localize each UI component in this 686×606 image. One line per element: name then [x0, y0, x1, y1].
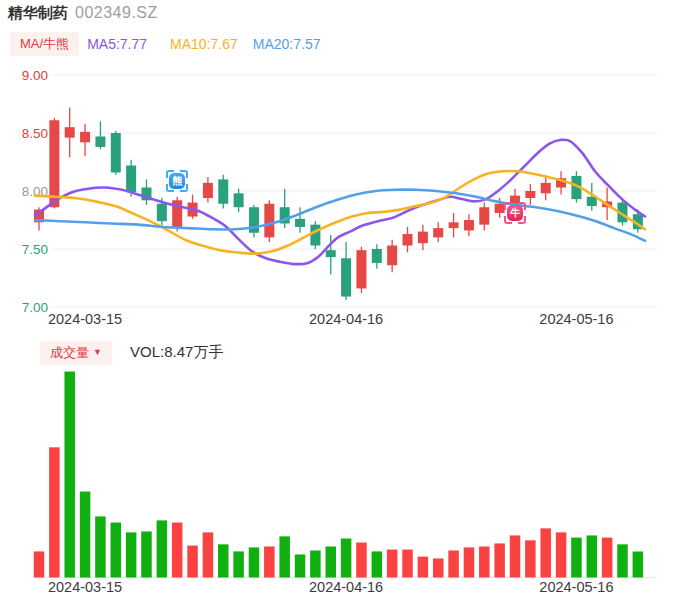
bull-badge-icon[interactable]: 牛 — [504, 202, 526, 224]
candle[interactable] — [449, 222, 459, 228]
volume-date-label: 2024-03-15 — [48, 579, 122, 595]
volume-bar[interactable] — [218, 544, 229, 577]
candle[interactable] — [326, 250, 336, 257]
price-date-label: 2024-03-15 — [48, 311, 122, 327]
price-tick-label: 7.00 — [22, 300, 48, 315]
candle[interactable] — [433, 228, 443, 237]
candle[interactable] — [403, 234, 413, 246]
volume-bar[interactable] — [556, 532, 567, 577]
ma-line-ma5 — [35, 140, 645, 265]
volume-bar[interactable] — [617, 544, 628, 577]
candle[interactable] — [49, 120, 59, 207]
price-date-label: 2024-04-16 — [309, 311, 383, 327]
bull-glyph: 牛 — [507, 205, 523, 221]
volume-bar[interactable] — [111, 523, 122, 578]
price-date-label: 2024-05-16 — [539, 311, 613, 327]
candle[interactable] — [65, 127, 75, 137]
candle[interactable] — [264, 204, 274, 238]
volume-chip[interactable]: 成交量 ▼ — [40, 341, 112, 365]
candle[interactable] — [111, 133, 121, 172]
volume-bar[interactable] — [418, 557, 429, 578]
volume-bar[interactable] — [141, 531, 152, 577]
volume-bar[interactable] — [464, 547, 475, 577]
volume-bar[interactable] — [172, 523, 183, 578]
volume-bar[interactable] — [264, 546, 275, 577]
volume-bar[interactable] — [525, 540, 536, 577]
volume-bar[interactable] — [633, 551, 644, 577]
caret-down-icon: ▼ — [93, 347, 102, 357]
volume-bar[interactable] — [34, 551, 45, 577]
candle[interactable] — [203, 183, 213, 198]
volume-bar[interactable] — [510, 535, 521, 577]
volume-bar[interactable] — [80, 492, 91, 578]
candle[interactable] — [479, 207, 489, 224]
candle[interactable] — [525, 191, 535, 198]
volume-bar[interactable] — [325, 546, 336, 577]
volume-date-label: 2024-05-16 — [539, 579, 613, 595]
candle[interactable] — [218, 179, 228, 203]
volume-bar[interactable] — [249, 547, 260, 577]
candle[interactable] — [464, 220, 474, 230]
volume-bar[interactable] — [233, 551, 244, 577]
volume-bar[interactable] — [479, 546, 490, 577]
volume-bar[interactable] — [295, 554, 306, 577]
volume-bar[interactable] — [387, 550, 398, 578]
candle[interactable] — [387, 246, 397, 266]
volume-bar[interactable] — [187, 546, 198, 578]
candle[interactable] — [372, 249, 382, 263]
kline-volume-chart[interactable]: 9.008.508.007.507.002024-03-152024-03-15… — [0, 0, 686, 606]
candle[interactable] — [541, 183, 551, 193]
ma-line-ma20 — [35, 190, 645, 241]
candle[interactable] — [587, 197, 597, 206]
bear-glyph: 熊 — [169, 173, 185, 189]
volume-bar[interactable] — [571, 538, 582, 578]
volume-bar[interactable] — [356, 543, 367, 578]
volume-bar[interactable] — [372, 551, 383, 577]
volume-bar[interactable] — [310, 550, 321, 577]
price-tick-label: 7.50 — [22, 242, 48, 257]
candle[interactable] — [157, 204, 167, 221]
volume-bar[interactable] — [64, 372, 75, 578]
price-tick-label: 9.00 — [22, 68, 48, 83]
volume-chip-label: 成交量 — [50, 344, 89, 362]
candle[interactable] — [310, 225, 320, 246]
volume-bar[interactable] — [126, 532, 137, 577]
candle[interactable] — [418, 232, 428, 244]
candle[interactable] — [341, 258, 351, 296]
price-tick-label: 8.50 — [22, 126, 48, 141]
volume-bar[interactable] — [341, 539, 352, 578]
candle[interactable] — [126, 165, 136, 192]
candle[interactable] — [234, 193, 244, 207]
volume-bar[interactable] — [157, 520, 168, 577]
volume-bar[interactable] — [433, 558, 444, 577]
candle[interactable] — [95, 136, 105, 146]
volume-bar[interactable] — [95, 516, 106, 577]
candle[interactable] — [356, 250, 366, 288]
bear-badge-icon[interactable]: 熊 — [166, 170, 188, 192]
candle[interactable] — [80, 132, 90, 142]
candle[interactable] — [295, 219, 305, 227]
volume-bar[interactable] — [494, 543, 505, 577]
volume-date-label: 2024-04-16 — [309, 579, 383, 595]
volume-bar[interactable] — [203, 532, 214, 577]
volume-bar[interactable] — [279, 536, 290, 577]
volume-bar[interactable] — [448, 550, 459, 577]
volume-bar[interactable] — [587, 535, 598, 577]
volume-bar[interactable] — [402, 550, 413, 578]
stock-chart-app: 精华制药002349.SZ MA/牛熊 MA5:7.77 MA10:7.67 M… — [0, 0, 686, 606]
volume-bar[interactable] — [49, 447, 60, 577]
volume-bar[interactable] — [602, 538, 613, 578]
volume-value-label: VOL:8.47万手 — [130, 343, 223, 362]
volume-bar[interactable] — [540, 528, 551, 577]
